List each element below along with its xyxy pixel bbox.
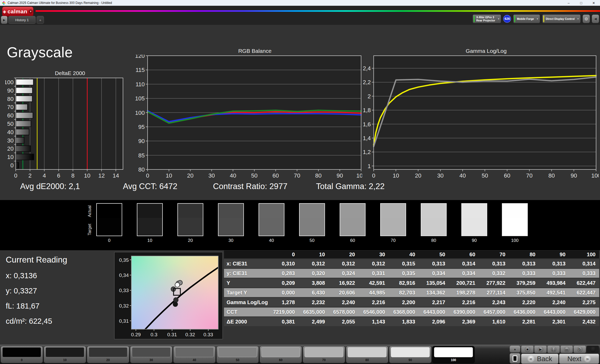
pattern-level-70[interactable]: 70 [303,346,345,363]
infinity-icon: ∞ [565,347,568,352]
table-column-header: 70 [479,252,509,258]
svg-text:10: 10 [166,172,172,179]
pattern-level-20[interactable]: 20 [87,346,129,363]
target-swatch [462,218,487,236]
measurement-count-badge: 626 [503,15,511,23]
play-button[interactable]: ▶ [534,346,547,353]
svg-text:0,33: 0,33 [203,332,213,336]
meter-dropdown[interactable]: X-Rite i1Pro 3 Rear Projector ▼ [473,14,501,23]
svg-text:20: 20 [7,145,14,152]
svg-text:1,6: 1,6 [363,121,371,128]
svg-text:6: 6 [57,172,60,179]
pattern-swatch [46,347,84,357]
svg-text:80: 80 [315,172,322,179]
swatch-item: 100 [502,203,528,243]
cie-chart-panel: 0,310,320,330,340,350,290,30,310,320,33 [114,252,223,339]
loop-button[interactable]: ↻ [574,346,586,353]
table-cell: 0,283 [268,270,299,276]
table-column-header: 10 [299,252,329,258]
svg-text:30: 30 [209,172,215,179]
tab-history-1[interactable]: History 1 [8,16,36,24]
svg-text:0,31: 0,31 [167,332,177,336]
table-cell: 0,209 [268,280,299,286]
swatch-level-label: 30 [228,238,233,243]
svg-text:2: 2 [368,93,371,100]
stop-icon: ■ [526,348,528,351]
table-column-header: 0 [268,252,299,258]
pattern-level-100[interactable]: 100 [432,346,475,363]
pattern-level-60[interactable]: 60 [260,346,302,363]
table-column-header: 80 [509,252,539,258]
back-button[interactable]: « Back [521,354,558,364]
continuous-read-button[interactable]: ∞ [560,346,573,353]
table-cell: 277,114 [479,290,509,296]
svg-text:2,2: 2,2 [363,79,371,86]
display-control-dropdown[interactable]: Direct Display Control ▼ [542,14,581,23]
spectrum-gradient-bar [36,10,600,12]
table-cell: 0,333 [509,270,539,276]
pattern-level-label: 20 [106,358,110,362]
pattern-level-0[interactable]: 0 [1,346,43,363]
svg-text:0,31: 0,31 [119,318,129,324]
close-button[interactable]: ✕ [587,0,600,6]
swatch-item: 70 [380,203,406,243]
gear-icon: ⚙ [584,16,588,21]
table-cell: 2,217 [419,299,449,305]
pattern-window-button[interactable] [510,353,520,363]
pattern-level-40[interactable]: 40 [173,346,216,363]
swatch-strip-row-labels: Actual Target [87,204,92,242]
svg-text:40: 40 [230,172,236,179]
svg-text:70: 70 [526,172,532,179]
meter-status-bar [474,15,475,22]
chevron-left-icon: ◀ [594,17,597,21]
minimize-button[interactable]: – [562,0,575,6]
table-cell: 493,984 [539,280,569,286]
pattern-level-50[interactable]: 50 [216,346,259,363]
pattern-level-80[interactable]: 80 [346,346,388,363]
table-cell: 2,432 [569,319,599,325]
actual-swatch [502,204,527,218]
pattern-level-90[interactable]: 90 [389,346,431,363]
transport-controls: ▲ ■ ▶ [‥] ∞ ↻ « Back [510,346,599,364]
stop-button[interactable]: ■ [521,346,534,353]
tab-scroll-button[interactable]: ▶ [1,16,7,24]
pattern-level-label: 40 [193,358,196,362]
table-cell: 6436,000 [509,309,539,315]
table-cell: 6368,000 [389,309,419,315]
table-cell: 0,314 [569,261,599,267]
actual-swatch [462,204,487,218]
next-button[interactable]: Next » [559,354,599,364]
svg-text:0: 0 [10,162,14,169]
table-cell: 6457,000 [479,309,509,315]
settings-button[interactable]: ⚙ [583,15,590,23]
svg-text:0,3: 0,3 [150,332,157,336]
calman-menu-button[interactable]: ◈ calman ▼ [2,7,33,16]
actual-row-label: Actual [87,204,92,219]
target-swatch [137,218,162,236]
svg-text:14: 14 [113,172,119,179]
gamma-chart-plot: 11,21,41,61,822,22,401020304050607080901… [359,55,599,179]
table-cell: 2,232 [299,299,329,305]
swatch-level-label: 20 [188,238,193,243]
table-cell: 6546,000 [359,309,389,315]
table-cell: 6443,000 [539,309,569,315]
read-interval-button[interactable]: [‥] [547,346,560,353]
pattern-level-10[interactable]: 10 [44,346,86,363]
source-dropdown[interactable]: Mobile Forge ▼ [513,14,540,23]
target-swatch [421,218,446,236]
add-tab-button[interactable]: + [37,16,44,24]
svg-text:0,29: 0,29 [131,332,141,336]
device-toolbar: X-Rite i1Pro 3 Rear Projector ▼ 626 Mobi… [473,14,599,23]
table-cell: 0,334 [419,270,449,276]
table-cell: 375,850 [509,290,539,296]
pattern-swatch [305,347,343,357]
pattern-level-30[interactable]: 30 [130,346,172,363]
maximize-button[interactable]: □ [575,0,587,6]
summary-stats: Avg dE2000: 2,1 Avg CCT: 6472 Contrast R… [0,182,400,191]
chevron-right-icon: » [584,355,591,362]
svg-text:12: 12 [98,172,105,179]
chevron-down-icon: ▼ [29,9,33,14]
collapse-panel-button[interactable]: ◀ [592,15,599,23]
expand-pattern-bar-button[interactable]: ▲ [510,346,520,352]
svg-text:90: 90 [337,172,343,179]
